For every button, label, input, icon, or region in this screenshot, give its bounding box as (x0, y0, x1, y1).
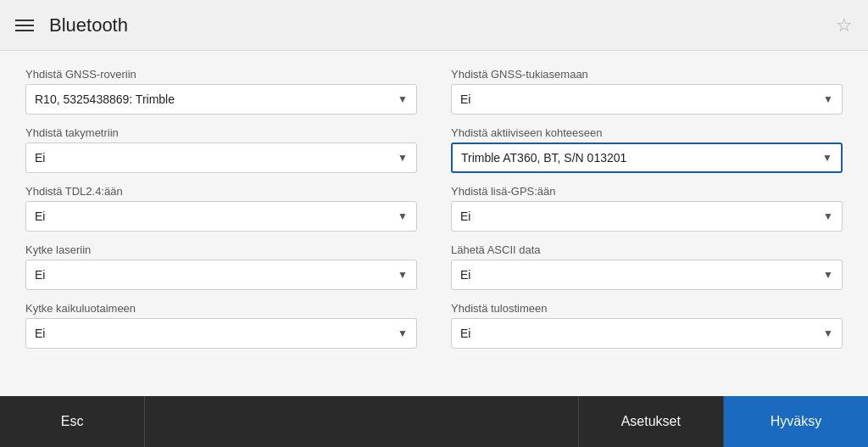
field-value-takymetri: Ei (35, 151, 391, 165)
field-label-ascii-data: Lähetä ASCII data (451, 243, 843, 256)
dropdown-arrow-printer: ▼ (823, 327, 833, 339)
header: Bluetooth ☆ (0, 0, 868, 51)
field-label-lisa-gps: Yhdistä lisä-GPS:ään (451, 185, 843, 198)
field-select-tdl24[interactable]: Ei▼ (25, 201, 417, 232)
menu-icon[interactable] (15, 20, 34, 31)
field-group-takymetri: Yhdistä takymetriinEi▼ (25, 126, 417, 173)
field-label-printer: Yhdistä tulostimeen (451, 302, 843, 315)
field-label-gnss-base: Yhdistä GNSS-tukiasemaan (451, 68, 843, 81)
left-column: Yhdistä GNSS-roveriinR10, 5325438869: Tr… (25, 68, 417, 360)
footer-spacer (145, 396, 579, 447)
field-select-laser[interactable]: Ei▼ (25, 260, 417, 290)
right-column: Yhdistä GNSS-tukiasemaanEi▼Yhdistä aktii… (451, 68, 843, 360)
field-select-gnss-base[interactable]: Ei▼ (451, 84, 843, 115)
accept-button[interactable]: Hyväksy (724, 396, 868, 447)
field-group-gnss-base: Yhdistä GNSS-tukiasemaanEi▼ (451, 68, 843, 115)
field-value-gnss-rover: R10, 5325438869: Trimble (35, 92, 391, 106)
field-select-lisa-gps[interactable]: Ei▼ (451, 201, 843, 232)
field-group-printer: Yhdistä tulostimeenEi▼ (451, 302, 843, 349)
field-value-kaikuluotain: Ei (35, 327, 391, 340)
dropdown-arrow-tdl24: ▼ (398, 210, 408, 222)
dropdown-arrow-kaikuluotain: ▼ (398, 327, 408, 339)
field-label-kaikuluotain: Kytke kaikuluotaimeen (25, 302, 417, 315)
esc-button[interactable]: Esc (0, 396, 145, 447)
field-value-printer: Ei (460, 327, 816, 340)
field-select-kaikuluotain[interactable]: Ei▼ (25, 318, 417, 349)
field-group-tdl24: Yhdistä TDL2.4:äänEi▼ (25, 185, 417, 232)
field-group-active-target: Yhdistä aktiiviseen kohteeseenTrimble AT… (451, 126, 843, 173)
field-select-printer[interactable]: Ei▼ (451, 318, 843, 349)
field-group-lisa-gps: Yhdistä lisä-GPS:äänEi▼ (451, 185, 843, 232)
dropdown-arrow-takymetri: ▼ (398, 152, 408, 164)
star-icon[interactable]: ☆ (836, 14, 853, 36)
field-value-active-target: Trimble AT360, BT, S/N 013201 (461, 151, 815, 165)
dropdown-arrow-active-target: ▼ (822, 152, 832, 164)
field-select-ascii-data[interactable]: Ei▼ (451, 260, 843, 290)
main-content: Yhdistä GNSS-roveriinR10, 5325438869: Tr… (0, 51, 868, 396)
field-select-gnss-rover[interactable]: R10, 5325438869: Trimble▼ (25, 84, 417, 115)
field-group-ascii-data: Lähetä ASCII dataEi▼ (451, 243, 843, 290)
field-label-gnss-rover: Yhdistä GNSS-roveriin (25, 68, 417, 81)
field-select-takymetri[interactable]: Ei▼ (25, 142, 417, 173)
footer: Esc Asetukset Hyväksy (0, 396, 868, 447)
settings-button[interactable]: Asetukset (579, 396, 724, 447)
field-value-lisa-gps: Ei (460, 210, 816, 223)
field-group-laser: Kytke laseriinEi▼ (25, 243, 417, 290)
field-value-laser: Ei (35, 268, 391, 282)
field-label-tdl24: Yhdistä TDL2.4:ään (25, 185, 417, 198)
field-group-kaikuluotain: Kytke kaikuluotaimeenEi▼ (25, 302, 417, 349)
field-select-active-target[interactable]: Trimble AT360, BT, S/N 013201▼ (451, 142, 843, 173)
field-label-takymetri: Yhdistä takymetriin (25, 126, 417, 139)
dropdown-arrow-gnss-base: ▼ (823, 93, 833, 105)
field-label-active-target: Yhdistä aktiiviseen kohteeseen (451, 126, 843, 139)
dropdown-arrow-gnss-rover: ▼ (398, 93, 408, 105)
dropdown-arrow-lisa-gps: ▼ (823, 210, 833, 222)
field-group-gnss-rover: Yhdistä GNSS-roveriinR10, 5325438869: Tr… (25, 68, 417, 115)
field-value-ascii-data: Ei (460, 268, 816, 282)
dropdown-arrow-laser: ▼ (398, 269, 408, 281)
field-value-gnss-base: Ei (460, 92, 816, 106)
field-label-laser: Kytke laseriin (25, 243, 417, 256)
dropdown-arrow-ascii-data: ▼ (823, 269, 833, 281)
field-value-tdl24: Ei (35, 210, 391, 223)
page-title: Bluetooth (49, 14, 836, 36)
